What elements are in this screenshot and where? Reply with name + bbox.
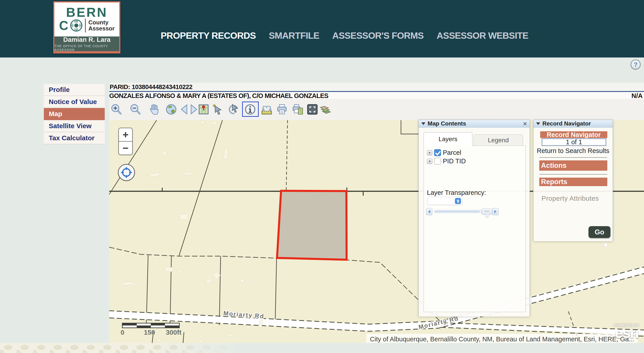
layer-label-pid-tid: PID TID [443,158,466,165]
collapse-icon[interactable] [421,122,426,125]
select-pointer-icon[interactable] [212,103,224,116]
select-spinner-icon[interactable] [455,198,461,204]
nav-property-records[interactable]: PROPERTY RECORDS [161,30,256,41]
esri-logo: POWERED BY esri [612,323,641,339]
layer-label-parcel: Parcel [443,149,461,156]
logo-subtitle: County Assessor [88,20,114,32]
sidebar-item-tax-calculator[interactable]: Tax Calculator [44,132,105,144]
map-contents-header[interactable]: Map Contents × [419,120,530,128]
owner-band: GONZALES ALFONSO & MARY A (ESTATES OF), … [109,92,644,100]
collapse-icon[interactable] [536,122,540,125]
crosshair-icon [120,167,132,178]
map-contents-title: Map Contents [428,120,466,127]
record-navigator-header[interactable]: Record Navigator [534,120,613,128]
map-zoom-out-button[interactable]: − [119,142,132,154]
export-map-icon[interactable] [292,103,304,116]
scale-start: 0 [120,328,124,336]
bernco-logo: BERN C County [53,1,120,54]
map-zoom-control: + − [118,128,133,155]
nav-assessor-website[interactable]: ASSESSOR WEBSITE [436,30,528,41]
sidebar-item-notice-of-value[interactable]: Notice of Value [44,96,105,108]
layer-row-pid-tid: + PID TID [427,158,466,165]
owner-right-value: N/A [632,92,644,100]
scale-mid: 150 [144,328,155,336]
measure-icon[interactable] [261,103,273,116]
reports-section-header[interactable]: Reports [539,178,607,186]
return-to-search-results-link[interactable]: Return to Search Results [534,147,613,154]
go-button[interactable]: Go [588,226,610,238]
slider-right-arrow[interactable] [492,208,498,215]
full-screen-icon[interactable] [306,103,318,116]
zia-sun-icon [70,20,82,32]
record-position: 1 of 1 [542,138,606,146]
identify-info-icon[interactable] [244,103,256,116]
expand-icon[interactable]: + [427,158,432,164]
pid-tid-checkbox[interactable] [434,158,441,165]
app-header: BERN C County [0,0,644,58]
page: BERN C County [0,0,644,353]
nav-smartfile[interactable]: SMARTFILE [269,30,319,41]
map-contents-body: + Parcel + PID TID Layer Transparency: [419,128,530,316]
pan-hand-icon[interactable] [148,103,160,116]
transparency-slider [426,208,500,218]
zoom-out-icon[interactable] [130,103,142,116]
logo-co-row: C County Assessor [59,18,114,32]
panel-resize-handle[interactable] [604,243,608,247]
logo-top: BERN C County [54,2,119,36]
print-icon[interactable] [276,103,288,116]
next-extent-icon[interactable] [187,103,199,116]
locate-button[interactable] [118,164,135,181]
sidebar-item-satellite-view[interactable]: Satellite View [44,120,105,132]
sidebar-item-map[interactable]: Map [44,108,105,120]
tab-legend[interactable]: Legend [474,134,523,146]
parid-value: PARID: 103804448243410222 [109,84,192,90]
record-navigator-bar: Record Navigator [540,131,607,138]
tab-layers[interactable]: Layers [424,132,472,146]
layers-icon[interactable] [319,103,332,116]
selected-parcel[interactable] [277,191,346,260]
esri-brand: esri [612,327,641,339]
top-nav: PROPERTY RECORDS SMARTFILE ASSESSOR'S FO… [161,30,528,41]
map-zoom-in-button[interactable]: + [119,128,132,142]
slider-track[interactable] [434,210,490,213]
transparency-label: Layer Transparency: [427,189,486,196]
layers-tab-content: + Parcel + PID TID Layer Transparency: [424,146,526,312]
logo-bottom: Damian R. Lara THE OFFICE OF THE COUNTY … [54,36,119,51]
property-attributes-label: Property Attributes [542,194,599,202]
slider-left-arrow[interactable] [426,208,432,215]
layer-row-parcel: + Parcel [427,149,461,156]
zoom-in-icon[interactable] [110,103,122,116]
map-contents-panel: Map Contents × + Parcel + PID TID Layer … [418,120,530,316]
footer-decoration [0,343,248,353]
assessor-office: THE OFFICE OF THE COUNTY ASSESSOR [54,44,119,52]
scale-end: 300ft [166,328,182,336]
transparency-select[interactable] [428,197,462,205]
divider [539,174,607,174]
record-navigator-title: Record Navigator [542,120,591,127]
actions-section-header[interactable]: Actions [539,160,607,171]
help-icon[interactable]: ? [630,60,641,70]
slider-handle[interactable] [482,209,492,214]
owner-name: GONZALES ALFONSO & MARY A (ESTATES OF), … [109,92,632,100]
sidebar-item-profile[interactable]: Profile [44,84,105,96]
overview-map-icon[interactable] [198,103,210,116]
parcel-checkbox[interactable] [434,149,441,156]
hyperlink-tool-icon[interactable] [227,103,240,116]
sidebar: Profile Notice of Value Map Satellite Vi… [44,84,105,144]
record-navigator-panel: Record Navigator Record Navigator 1 of 1… [533,120,613,241]
logo-bern-text: BERN [66,6,108,18]
expand-icon[interactable]: + [427,150,432,156]
logo-divider [85,18,86,32]
logo-co-text: C [59,20,68,31]
map-attribution: City of Albuquerque, Bernalillo County, … [366,334,638,343]
parid-band: PARID: 103804448243410222 [109,83,644,91]
full-extent-globe-icon[interactable] [165,103,177,116]
record-navigator-body: Record Navigator 1 of 1 Return to Search… [534,128,613,241]
assessor-name: Damian R. Lara [63,36,110,44]
scale-bar: 0 150 300ft [122,323,180,336]
divider [539,157,607,158]
close-icon[interactable]: × [523,120,527,127]
nav-assessors-forms[interactable]: ASSESSOR'S FORMS [332,30,424,41]
